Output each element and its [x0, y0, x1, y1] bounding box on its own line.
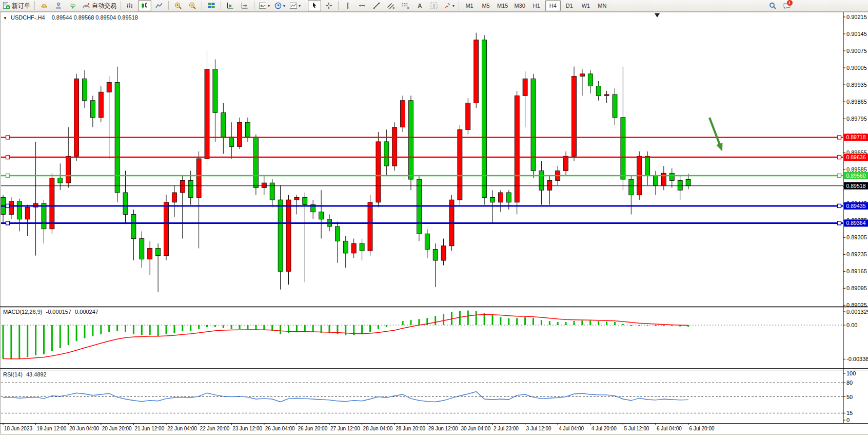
time-axis-label: 20 Jun 04:00	[69, 426, 99, 431]
time-axis-label: 23 Jun 12:00	[232, 426, 262, 431]
candle	[686, 180, 691, 186]
price-axis-label: 0.90075	[846, 48, 867, 54]
candle	[213, 69, 218, 112]
textT-icon: T	[430, 2, 438, 10]
price-tag-0.89435: 0.89435	[846, 203, 866, 209]
timeframe-button-M1[interactable]: M1	[462, 0, 477, 11]
candle	[196, 159, 201, 197]
templates-button-dropdown-icon[interactable]: ▾	[299, 4, 301, 8]
time-axis-label: 5 Jul 12:00	[624, 426, 649, 431]
time-axis-label: 26 Jun 20:00	[298, 426, 327, 431]
zoom-out-icon	[188, 2, 196, 10]
chevron-down-icon[interactable]: ▼	[3, 16, 7, 21]
hline-handle[interactable]	[6, 221, 10, 225]
price-tag-0.89364: 0.89364	[846, 220, 866, 226]
signals-button[interactable]	[66, 0, 80, 11]
timeframe-button-D1[interactable]: D1	[562, 0, 577, 11]
time-axis-label: 28 Jun 04:00	[363, 426, 393, 431]
hline-handle[interactable]	[6, 156, 10, 159]
tile-windows-button[interactable]	[205, 0, 218, 11]
auto-trading-button[interactable]: 自动交易	[81, 0, 118, 11]
candle	[360, 243, 364, 251]
price-axis-label: 0.89165	[846, 268, 867, 274]
crosshair-button[interactable]	[322, 0, 336, 11]
candle	[42, 203, 46, 229]
timeframe-button-M5[interactable]: M5	[478, 0, 494, 11]
hline-handle[interactable]	[838, 174, 841, 177]
channel-button[interactable]: E	[384, 0, 398, 11]
price-axis-label: 0.89095	[846, 285, 867, 291]
candle	[278, 200, 283, 271]
timeframe-button-M15[interactable]: M15	[495, 0, 510, 11]
candle	[588, 74, 593, 86]
time-axis-label: 6 Jul 04:00	[657, 426, 682, 431]
text-button[interactable]: A	[413, 0, 426, 11]
zoom-in-button[interactable]	[171, 0, 185, 11]
market-watch-button[interactable]	[37, 0, 51, 11]
candle	[645, 156, 650, 176]
vertical-line-button[interactable]	[341, 0, 354, 11]
candle	[156, 248, 161, 255]
timeframe-button-MN[interactable]: MN	[595, 0, 610, 11]
bar-chart-button[interactable]	[124, 0, 137, 11]
time-axis-label: 2 Jul 23:00	[494, 426, 519, 431]
periods-button-dropdown-icon[interactable]: ▾	[283, 4, 285, 8]
candle	[384, 142, 389, 166]
timeframe-button-H4[interactable]: H4	[545, 0, 561, 11]
candle	[596, 86, 601, 96]
candle	[319, 212, 324, 219]
price-axis-label: 0.89235	[846, 251, 867, 257]
templates-button[interactable]: ▾	[288, 0, 302, 11]
hline-handle[interactable]	[838, 156, 841, 159]
text-label-button[interactable]: T	[427, 0, 441, 11]
main-toolbar: 新订单自动交易▾▾▾EFAT▾M1M5M15M30H1H4D1W1MN1	[0, 0, 868, 12]
trendline-button[interactable]	[370, 0, 383, 11]
candle	[294, 197, 299, 200]
time-axis-label: 6 Jul 20:00	[689, 426, 715, 431]
hline-handle[interactable]	[838, 221, 841, 225]
candle	[539, 171, 544, 191]
candle	[669, 173, 674, 180]
toolbar-separator	[221, 1, 221, 10]
price-tag-0.89636: 0.89636	[846, 154, 866, 160]
new-order-button-label: 新订单	[12, 2, 30, 10]
cursor-button[interactable]	[308, 0, 321, 11]
horizontal-line-button[interactable]	[356, 0, 369, 11]
search-button[interactable]	[766, 0, 779, 11]
arrows-button[interactable]: ▾	[442, 0, 456, 11]
channel-icon: E	[387, 2, 395, 10]
hat-icon	[82, 2, 90, 10]
candle	[221, 112, 226, 137]
hline-handle[interactable]	[6, 136, 10, 139]
candle	[604, 94, 609, 96]
time-axis-label: 21 Jun 12:00	[134, 426, 164, 431]
line-chart-button[interactable]	[152, 0, 166, 11]
candle	[131, 214, 136, 238]
macd-axis-label: -0.003384	[846, 356, 868, 362]
candle-chart-button[interactable]	[138, 0, 151, 11]
hline-handle[interactable]	[6, 204, 10, 207]
auto-scroll-button[interactable]	[224, 0, 237, 11]
timeframe-button-H1[interactable]: H1	[529, 0, 544, 11]
candle	[107, 82, 111, 92]
indicators-button[interactable]: ▾	[257, 0, 271, 11]
time-axis-label: 22 Jun 20:00	[200, 426, 230, 431]
hline-handle[interactable]	[6, 174, 10, 177]
hline-handle[interactable]	[838, 204, 841, 207]
periods-button[interactable]: ▾	[272, 0, 287, 11]
chart-shift-button[interactable]	[238, 0, 251, 11]
toolbar-separator	[254, 1, 254, 10]
hline-handle[interactable]	[838, 136, 841, 139]
candle	[458, 129, 462, 200]
chat-button[interactable]: 1	[780, 0, 794, 11]
new-order-button[interactable]: 新订单	[1, 0, 32, 11]
indicators-button-dropdown-icon[interactable]: ▾	[268, 4, 270, 8]
time-axis-label: 4 Jul 20:00	[591, 426, 617, 431]
navigator-button[interactable]	[52, 0, 65, 11]
timeframe-button-M30[interactable]: M30	[511, 0, 527, 11]
zoom-out-button[interactable]	[186, 0, 199, 11]
candle	[83, 79, 87, 100]
fibonacci-button[interactable]: F	[399, 0, 412, 11]
arrows-button-dropdown-icon[interactable]: ▾	[452, 4, 455, 8]
timeframe-button-W1[interactable]: W1	[578, 0, 594, 11]
